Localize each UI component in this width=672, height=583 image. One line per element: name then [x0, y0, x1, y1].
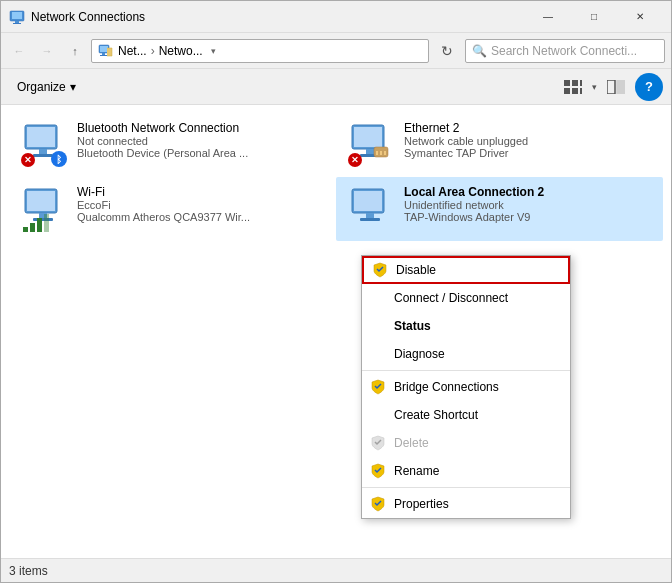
up-button[interactable]: ↑ — [63, 39, 87, 63]
context-menu-item-rename[interactable]: Rename — [362, 457, 570, 485]
spacer-icon-status — [370, 318, 386, 334]
search-icon: 🔍 — [472, 44, 487, 58]
network-item-wifi[interactable]: Wi-Fi EccoFi Qualcomm Atheros QCA9377 Wi… — [9, 177, 336, 241]
network-item-device-bluetooth: Bluetooth Device (Personal Area ... — [77, 147, 326, 159]
forward-button[interactable]: → — [35, 39, 59, 63]
context-menu-item-disable[interactable]: Disable — [362, 256, 570, 284]
close-button[interactable]: ✕ — [617, 1, 663, 33]
context-menu-item-properties[interactable]: Properties — [362, 490, 570, 518]
svg-rect-37 — [354, 191, 382, 211]
help-button[interactable]: ? — [635, 73, 663, 101]
svg-rect-22 — [366, 149, 374, 154]
organize-label: Organize — [17, 80, 66, 94]
network-item-bluetooth[interactable]: ✕ ᛒ Bluetooth Network Connection Not con… — [9, 113, 336, 177]
network-item-lac2[interactable]: Local Area Connection 2 Unidentified net… — [336, 177, 663, 241]
breadcrumb-chevron: ▾ — [211, 46, 216, 56]
organize-chevron: ▾ — [70, 80, 76, 94]
view-toggle-button[interactable] — [558, 73, 588, 101]
ctx-label-connect: Connect / Disconnect — [394, 291, 508, 305]
ctx-label-diagnose: Diagnose — [394, 347, 445, 361]
toolbar: Organize ▾ ▾ — [1, 69, 671, 105]
ctx-separator-1 — [362, 370, 570, 371]
details-pane-button[interactable] — [601, 73, 631, 101]
svg-rect-26 — [380, 151, 382, 155]
svg-rect-35 — [44, 214, 49, 232]
refresh-button[interactable]: ↻ — [433, 37, 461, 65]
network-item-icon-wifi — [19, 185, 67, 233]
svg-rect-25 — [376, 151, 378, 155]
svg-rect-1 — [12, 12, 22, 19]
maximize-button[interactable]: □ — [571, 1, 617, 33]
ctx-separator-2 — [362, 487, 570, 488]
ctx-label-disable: Disable — [396, 263, 436, 277]
svg-rect-34 — [37, 218, 42, 232]
breadcrumb-item1: Net... — [118, 44, 147, 58]
shield-icon-bridge — [370, 379, 386, 395]
spacer-icon-connect — [370, 290, 386, 306]
ctx-label-shortcut: Create Shortcut — [394, 408, 478, 422]
svg-rect-19 — [33, 154, 53, 157]
shield-icon-rename — [370, 463, 386, 479]
context-menu-item-diagnose[interactable]: Diagnose — [362, 340, 570, 368]
spacer-icon-shortcut — [370, 407, 386, 423]
svg-rect-39 — [360, 218, 380, 221]
network-item-device-lac2: TAP-Windows Adapter V9 — [404, 211, 653, 223]
network-item-name-bluetooth: Bluetooth Network Connection — [77, 121, 326, 135]
window-icon — [9, 9, 25, 25]
context-menu-item-bridge[interactable]: Bridge Connections — [362, 373, 570, 401]
organize-button[interactable]: Organize ▾ — [9, 73, 84, 101]
network-item-info-wifi: Wi-Fi EccoFi Qualcomm Atheros QCA9377 Wi… — [77, 185, 326, 223]
back-button[interactable]: ← — [7, 39, 31, 63]
status-text: 3 items — [9, 564, 48, 578]
network-item-ethernet2[interactable]: ✕ Ethernet 2 Network cable unplugged Sym… — [336, 113, 663, 177]
svg-rect-9 — [572, 80, 578, 86]
svg-rect-38 — [366, 213, 374, 218]
title-bar: Network Connections — □ ✕ — [1, 1, 671, 33]
search-placeholder: Search Network Connecti... — [491, 44, 637, 58]
network-item-device-wifi: Qualcomm Atheros QCA9377 Wir... — [77, 211, 326, 223]
svg-rect-15 — [617, 80, 625, 94]
network-item-name-ethernet2: Ethernet 2 — [404, 121, 653, 135]
main-window: Network Connections — □ ✕ ← → ↑ Net... ›… — [0, 0, 672, 583]
breadcrumb-separator1: › — [151, 44, 155, 58]
svg-rect-11 — [564, 88, 570, 94]
svg-rect-12 — [572, 88, 578, 94]
network-item-device-ethernet2: Symantec TAP Driver — [404, 147, 653, 159]
shield-icon-delete — [370, 435, 386, 451]
network-item-icon-lac2 — [346, 185, 394, 233]
overlay-x-ethernet2: ✕ — [348, 153, 362, 167]
network-item-info-ethernet2: Ethernet 2 Network cable unplugged Syman… — [404, 121, 653, 159]
svg-rect-21 — [354, 127, 382, 147]
context-menu-item-delete: Delete — [362, 429, 570, 457]
overlay-bt-bluetooth: ᛒ — [51, 151, 67, 167]
window-title: Network Connections — [31, 10, 525, 24]
minimize-button[interactable]: — — [525, 1, 571, 33]
shield-icon-properties — [370, 496, 386, 512]
svg-rect-14 — [607, 80, 615, 94]
svg-rect-27 — [384, 151, 386, 155]
context-menu-item-shortcut[interactable]: Create Shortcut — [362, 401, 570, 429]
network-item-name-lac2: Local Area Connection 2 — [404, 185, 653, 199]
ctx-label-bridge: Bridge Connections — [394, 380, 499, 394]
network-item-status-ethernet2: Network cable unplugged — [404, 135, 653, 147]
network-item-icon-bluetooth: ✕ ᛒ — [19, 121, 67, 169]
svg-rect-6 — [102, 53, 105, 55]
context-menu: Disable Connect / Disconnect Status Diag… — [361, 255, 571, 519]
network-item-status-wifi: EccoFi — [77, 199, 326, 211]
svg-rect-3 — [13, 23, 21, 24]
network-item-status-lac2: Unidentified network — [404, 199, 653, 211]
ctx-label-properties: Properties — [394, 497, 449, 511]
shield-icon-disable — [372, 262, 388, 278]
context-menu-item-connect[interactable]: Connect / Disconnect — [362, 284, 570, 312]
status-bar: 3 items — [1, 558, 671, 582]
ctx-label-rename: Rename — [394, 464, 439, 478]
network-item-name-wifi: Wi-Fi — [77, 185, 326, 199]
svg-rect-5 — [100, 46, 108, 52]
search-bar[interactable]: 🔍 Search Network Connecti... — [465, 39, 665, 63]
svg-rect-33 — [30, 223, 35, 232]
context-menu-item-status[interactable]: Status — [362, 312, 570, 340]
window-controls: — □ ✕ — [525, 1, 663, 33]
toolbar-right: ▾ ? — [558, 73, 663, 101]
breadcrumb-bar[interactable]: Net... › Netwo... ▾ — [91, 39, 429, 63]
svg-rect-7 — [100, 55, 107, 56]
